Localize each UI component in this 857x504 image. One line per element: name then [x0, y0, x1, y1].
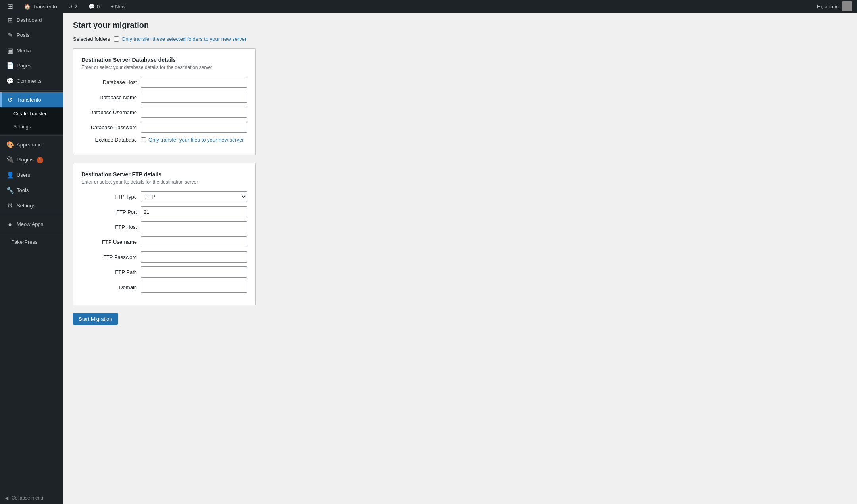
transferito-icon: ↺ — [6, 96, 13, 104]
comments-icon: 💬 — [88, 4, 95, 10]
dashboard-icon: ⊞ — [6, 16, 13, 25]
page-title: Start your migration — [73, 21, 847, 30]
ftp-username-label: FTP Username — [81, 239, 137, 245]
start-migration-button[interactable]: Start Migration — [73, 313, 118, 325]
ftp-password-input[interactable] — [141, 251, 247, 263]
sidebar-item-users[interactable]: 👤 Users — [0, 168, 63, 183]
selected-folders-checkbox-text: Only transfer these selected folders to … — [121, 36, 246, 42]
db-password-label: Database Password — [81, 125, 137, 130]
db-username-label: Database Username — [81, 109, 137, 115]
exclude-db-label: Exclude Database — [81, 137, 137, 143]
tools-icon: 🔧 — [6, 186, 13, 195]
sidebar-item-media[interactable]: ▣ Media — [0, 43, 63, 58]
ftp-path-input[interactable] — [141, 266, 247, 278]
sidebar-item-fakerpress[interactable]: FakerPress — [0, 236, 63, 249]
new-label: + New — [111, 4, 125, 10]
sidebar-item-appearance[interactable]: 🎨 Appearance — [0, 137, 63, 152]
plugins-badge: 1 — [37, 157, 43, 163]
greeting-text: Hi, admin — [817, 4, 839, 10]
ftp-password-label: FTP Password — [81, 254, 137, 260]
sidebar-item-dashboard[interactable]: ⊞ Dashboard — [0, 13, 63, 28]
comments-count: 0 — [97, 4, 100, 10]
selected-folders-checkbox[interactable] — [114, 36, 119, 42]
sidebar-label-settings-sub: Settings — [13, 124, 31, 130]
db-name-input[interactable] — [141, 92, 247, 103]
sidebar-item-meow-apps[interactable]: ● Meow Apps — [0, 217, 63, 232]
sidebar-label-meow-apps: Meow Apps — [17, 221, 43, 228]
ftp-port-row: FTP Port — [81, 206, 247, 217]
comments-button[interactable]: 💬 0 — [86, 0, 102, 13]
db-card: Destination Server Database details Ente… — [73, 48, 256, 155]
domain-input[interactable] — [141, 282, 247, 293]
meow-apps-icon: ● — [6, 220, 13, 229]
domain-row: Domain — [81, 282, 247, 293]
sidebar-label-comments: Comments — [17, 78, 42, 85]
updates-count: 2 — [75, 4, 77, 10]
avatar — [842, 1, 852, 11]
wp-logo-icon: ⊞ — [7, 2, 13, 11]
settings-icon: ⚙ — [6, 201, 13, 210]
ftp-host-input[interactable] — [141, 221, 247, 232]
db-host-label: Database Host — [81, 79, 137, 85]
db-name-label: Database Name — [81, 94, 137, 100]
db-password-input[interactable] — [141, 122, 247, 133]
media-icon: ▣ — [6, 46, 13, 55]
ftp-type-row: FTP Type FTP SFTP — [81, 191, 247, 202]
ftp-card-title: Destination Server FTP details — [81, 171, 247, 178]
users-icon: 👤 — [6, 171, 13, 180]
sidebar-item-pages[interactable]: 📄 Pages — [0, 58, 63, 73]
updates-button[interactable]: ↺ 2 — [66, 0, 80, 13]
ftp-port-input[interactable] — [141, 206, 247, 217]
collapse-menu-button[interactable]: ◀ Collapse menu — [0, 492, 63, 504]
sidebar-label-settings: Settings — [17, 202, 35, 209]
db-card-title: Destination Server Database details — [81, 57, 247, 63]
collapse-label: Collapse menu — [12, 495, 43, 501]
sidebar-label-pages: Pages — [17, 62, 31, 69]
sidebar: ⊞ Dashboard ✎ Posts ▣ Media 📄 Pages 💬 Co… — [0, 13, 63, 504]
sidebar-item-transferito[interactable]: ↺ Transferito — [0, 92, 63, 107]
ftp-path-label: FTP Path — [81, 269, 137, 275]
sidebar-label-dashboard: Dashboard — [17, 17, 42, 24]
sidebar-label-transferito: Transferito — [17, 96, 41, 103]
sidebar-item-posts[interactable]: ✎ Posts — [0, 28, 63, 43]
ftp-path-row: FTP Path — [81, 266, 247, 278]
sidebar-label-appearance: Appearance — [17, 141, 44, 148]
db-username-input[interactable] — [141, 107, 247, 118]
site-name-button[interactable]: 🏠 Transferito — [22, 0, 60, 13]
exclude-db-checkbox-label[interactable]: Only transfer your files to your new ser… — [141, 137, 244, 143]
home-icon: 🏠 — [24, 4, 31, 10]
db-username-row: Database Username — [81, 107, 247, 118]
db-host-row: Database Host — [81, 77, 247, 88]
selected-folders-checkbox-label[interactable]: Only transfer these selected folders to … — [114, 36, 246, 42]
ftp-username-input[interactable] — [141, 236, 247, 247]
sidebar-item-settings-sub[interactable]: Settings — [0, 121, 63, 134]
domain-label: Domain — [81, 284, 137, 290]
ftp-host-row: FTP Host — [81, 221, 247, 232]
sidebar-item-create-transfer[interactable]: Create Transfer — [0, 107, 63, 121]
admin-bar: ⊞ 🏠 Transferito ↺ 2 💬 0 + New Hi, admin — [0, 0, 857, 13]
db-host-input[interactable] — [141, 77, 247, 88]
exclude-db-checkbox-text: Only transfer your files to your new ser… — [148, 137, 244, 143]
main-content: Start your migration Selected folders On… — [63, 13, 857, 504]
pages-icon: 📄 — [6, 61, 13, 70]
sidebar-item-plugins[interactable]: 🔌 Plugins 1 — [0, 152, 63, 167]
sidebar-item-comments[interactable]: 💬 Comments — [0, 74, 63, 89]
posts-icon: ✎ — [6, 31, 13, 40]
ftp-type-select[interactable]: FTP SFTP — [141, 191, 247, 202]
selected-folders-row: Selected folders Only transfer these sel… — [73, 36, 847, 42]
ftp-card-subtitle: Enter or select your ftp details for the… — [81, 179, 247, 185]
sidebar-label-fakerpress: FakerPress — [11, 239, 37, 246]
db-password-row: Database Password — [81, 122, 247, 133]
sidebar-item-tools[interactable]: 🔧 Tools — [0, 183, 63, 198]
collapse-icon: ◀ — [5, 495, 8, 501]
wp-logo-button[interactable]: ⊞ — [5, 0, 15, 13]
admin-bar-right: Hi, admin — [817, 1, 852, 11]
exclude-db-checkbox[interactable] — [141, 137, 146, 142]
ftp-host-label: FTP Host — [81, 224, 137, 230]
ftp-username-row: FTP Username — [81, 236, 247, 247]
plugins-icon: 🔌 — [6, 155, 13, 164]
new-button[interactable]: + New — [108, 0, 128, 13]
ftp-port-label: FTP Port — [81, 209, 137, 215]
sidebar-item-settings[interactable]: ⚙ Settings — [0, 198, 63, 213]
selected-folders-label: Selected folders — [73, 36, 110, 42]
